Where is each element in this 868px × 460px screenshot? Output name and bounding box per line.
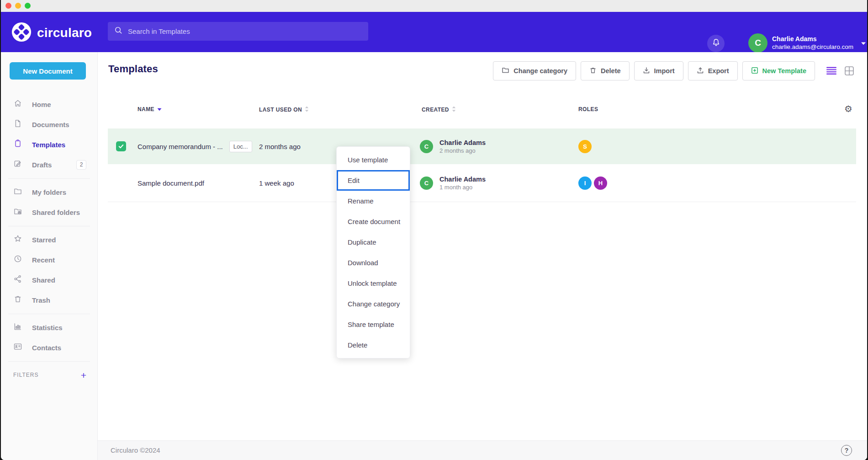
home-icon <box>13 99 22 110</box>
bell-icon <box>711 38 721 49</box>
search-input[interactable] <box>128 27 362 35</box>
app-header: circularo C Charlie Adams charlie. <box>1 12 867 52</box>
sidebar-divider <box>8 226 90 226</box>
filters-label: FILTERS <box>13 372 38 378</box>
sidebar-item-documents[interactable]: Documents <box>1 114 97 134</box>
circularo-logo-icon <box>11 21 32 44</box>
folder-icon <box>502 66 509 75</box>
last-used-value: 2 months ago <box>259 128 301 164</box>
sidebar-item-my-folders[interactable]: My folders <box>1 182 97 202</box>
help-button[interactable]: ? <box>841 445 852 456</box>
user-menu[interactable]: C Charlie Adams charlie.adams@circularo.… <box>748 33 866 53</box>
created-date: 1 month ago <box>439 184 486 191</box>
sidebar: New Document Home Documents Templates Dr… <box>1 52 98 460</box>
export-button[interactable]: Export <box>688 61 738 80</box>
sort-icon <box>305 106 309 113</box>
role-avatar-i[interactable]: I <box>578 177 592 190</box>
menu-item-share-template[interactable]: Share template <box>337 314 410 335</box>
logo-wordmark: circularo <box>37 26 92 40</box>
column-header-created[interactable]: CREATED <box>422 106 456 113</box>
creator-name: Charlie Adams <box>439 175 486 184</box>
sidebar-item-templates[interactable]: Templates <box>1 134 97 155</box>
menu-item-edit[interactable]: Edit <box>337 170 410 191</box>
sidebar-item-shared-folders[interactable]: Shared folders <box>1 202 97 222</box>
template-name[interactable]: Company memorandum - ... <box>138 143 223 150</box>
table-header: NAME LAST USED ON CREATED ROLES ⚙ <box>108 98 856 128</box>
menu-item-download[interactable]: Download <box>337 252 410 273</box>
sidebar-item-shared[interactable]: Shared <box>1 270 97 290</box>
sidebar-item-home[interactable]: Home <box>1 94 97 114</box>
draft-icon <box>13 159 22 170</box>
new-template-button[interactable]: New Template <box>742 61 815 80</box>
sidebar-item-drafts[interactable]: Drafts 2 <box>1 155 97 175</box>
creator-avatar: C <box>420 140 433 153</box>
copyright-text: Circularo ©2024 <box>111 446 160 454</box>
menu-item-rename[interactable]: Rename <box>337 191 410 211</box>
maximize-window-button[interactable] <box>25 3 31 9</box>
table-row-sample-document[interactable]: Sample document.pdf 1 week ago C Charlie… <box>108 164 856 202</box>
minimize-window-button[interactable] <box>15 3 21 9</box>
sidebar-item-contacts[interactable]: Contacts <box>1 337 97 358</box>
column-header-roles: ROLES <box>578 106 598 112</box>
user-name: Charlie Adams <box>772 35 853 43</box>
list-view-button[interactable] <box>826 66 837 75</box>
table-settings-gear-icon[interactable]: ⚙ <box>844 103 852 114</box>
menu-item-change-category[interactable]: Change category <box>337 294 410 314</box>
import-button[interactable]: Import <box>634 61 683 80</box>
search-bar[interactable] <box>108 22 368 41</box>
delete-button[interactable]: Delete <box>581 61 630 80</box>
chevron-down-icon <box>861 39 866 47</box>
document-icon <box>13 119 22 130</box>
sidebar-divider <box>8 361 90 362</box>
menu-item-unlock-template[interactable]: Unlock template <box>337 273 410 294</box>
share-icon <box>13 274 22 285</box>
column-header-last-used[interactable]: LAST USED ON <box>259 106 309 113</box>
created-date: 2 months ago <box>439 147 486 154</box>
change-category-button[interactable]: Change category <box>493 61 576 80</box>
new-document-button[interactable]: New Document <box>10 62 86 80</box>
filters-section: FILTERS + <box>1 365 97 385</box>
user-email: charlie.adams@circularo.com <box>772 43 853 51</box>
sort-icon <box>452 106 456 113</box>
star-icon <box>13 234 22 245</box>
role-avatar-h[interactable]: H <box>594 177 607 190</box>
trash-icon <box>13 294 22 305</box>
sidebar-divider <box>8 178 90 179</box>
creator-avatar: C <box>420 177 433 190</box>
add-filter-button[interactable]: + <box>81 370 86 380</box>
plus-square-icon <box>751 67 758 75</box>
row-checkbox-checked[interactable] <box>116 141 126 151</box>
close-window-button[interactable] <box>5 3 11 9</box>
menu-item-create-document[interactable]: Create document <box>337 211 410 232</box>
table-row-company-memorandum[interactable]: Company memorandum - ... Loc... 2 months… <box>108 128 856 164</box>
sidebar-item-recent[interactable]: Recent <box>1 250 97 270</box>
folder-icon <box>13 187 22 198</box>
templates-table: NAME LAST USED ON CREATED ROLES ⚙ <box>108 98 856 202</box>
import-icon <box>643 67 650 75</box>
page-title: Templates <box>108 63 158 75</box>
locked-badge: Loc... <box>229 141 252 152</box>
column-header-name[interactable]: NAME <box>138 106 162 112</box>
user-avatar: C <box>748 33 767 53</box>
grid-view-button[interactable] <box>844 66 854 76</box>
notifications-button[interactable] <box>707 35 725 52</box>
main-content: Templates Change category Delete Import … <box>98 52 867 460</box>
role-avatar-s[interactable]: S <box>578 140 592 153</box>
drafts-count-badge: 2 <box>76 160 86 170</box>
footer: Circularo ©2024 ? <box>98 440 867 460</box>
contacts-icon <box>13 342 22 353</box>
export-icon <box>697 67 704 75</box>
statistics-icon <box>13 322 22 333</box>
menu-item-delete[interactable]: Delete <box>337 335 410 355</box>
menu-item-use-template[interactable]: Use template <box>337 150 410 170</box>
toolbar: Change category Delete Import Export New… <box>493 61 854 80</box>
view-toggles <box>826 66 854 76</box>
shared-folder-icon <box>13 207 22 218</box>
clock-icon <box>13 254 22 265</box>
sidebar-item-starred[interactable]: Starred <box>1 230 97 250</box>
sidebar-item-trash[interactable]: Trash <box>1 290 97 310</box>
circularo-logo[interactable]: circularo <box>11 21 92 44</box>
menu-item-duplicate[interactable]: Duplicate <box>337 232 410 252</box>
template-name[interactable]: Sample document.pdf <box>138 179 204 187</box>
sidebar-item-statistics[interactable]: Statistics <box>1 317 97 337</box>
